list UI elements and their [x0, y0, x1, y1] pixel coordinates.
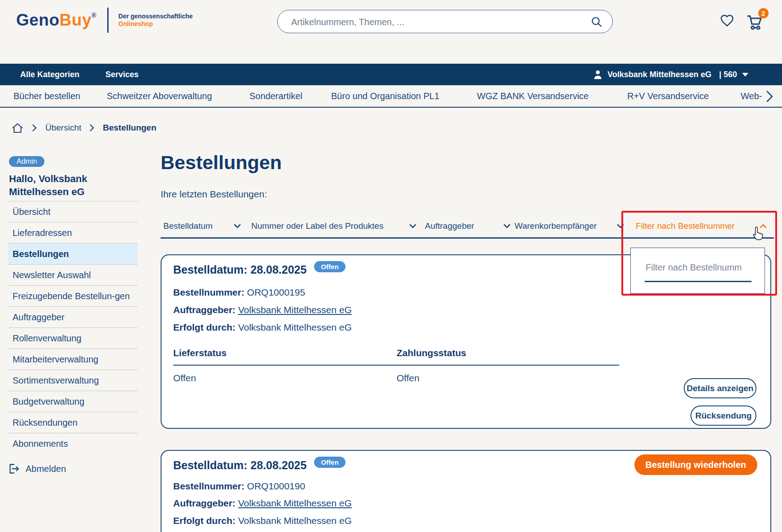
search-icon[interactable] — [590, 16, 603, 28]
logout-button[interactable]: Abmelden — [8, 463, 138, 475]
ruecksendung-button[interactable]: Rücksendung — [690, 406, 756, 426]
order-number-row: Bestellnummer: ORQ1000195 — [173, 286, 305, 299]
filter-auftraggeber[interactable]: Auftraggeber — [422, 215, 517, 239]
category-schweitzer-aboverwaltung[interactable]: Schweitzer Aboverwaltung — [107, 85, 212, 107]
orders-main: Bestellungen Ihre letzten Bestellungen: … — [161, 143, 771, 532]
logo-registered-mark: ® — [92, 12, 96, 19]
sidebar-menu: Übersicht Lieferadressen Bestellungen Ne… — [8, 201, 138, 454]
chevron-up-icon — [760, 224, 767, 228]
sidebar-item-lieferadressen[interactable]: Lieferadressen — [8, 222, 138, 243]
order-date: Bestelldatum: 28.08.2025 — [173, 262, 306, 277]
input-underline — [645, 281, 751, 282]
nav-item-alle-kategorien[interactable]: Alle Kategorien — [20, 64, 79, 85]
chevron-down-icon — [409, 224, 416, 228]
chevron-down-icon — [617, 224, 624, 228]
status-badge: Offen — [314, 261, 345, 272]
user-icon — [593, 70, 603, 80]
sidebar-item-uebersicht[interactable]: Übersicht — [8, 201, 138, 222]
sidebar-item-freizugebende-bestellungen[interactable]: Freizugebende Bestellun-gen — [8, 285, 138, 306]
category-nav: Bücher bestellen Schweitzer Aboverwaltun… — [0, 85, 782, 108]
sidebar-item-mitarbeiterverwaltung[interactable]: Mitarbeiterverwaltung — [8, 349, 138, 370]
filter-label: Bestelldatum — [163, 221, 213, 231]
order-card: Bestelldatum: 28.08.2025 Offen Bestellun… — [161, 450, 771, 532]
nav-item-services[interactable]: Services — [105, 64, 139, 85]
category-buecher-bestellen[interactable]: Bücher bestellen — [13, 85, 80, 107]
client-link[interactable]: Volksbank Mittelhessen eG — [238, 498, 352, 508]
main-nav-bar: Alle Kategorien Services Volksbank Mitte… — [0, 64, 782, 85]
logo-divider — [107, 8, 109, 33]
filter-bestelldatum[interactable]: Bestelldatum — [161, 215, 247, 239]
logo-buy: Buy — [60, 11, 92, 29]
filter-nummer-oder-label[interactable]: Nummer oder Label des Produktes — [246, 215, 424, 239]
order-executed-row: Erfolgt durch: Volksbank Mittelhessen eG — [173, 321, 352, 334]
order-client-row: Auftraggeber: Volksbank Mittelhessen eG — [173, 497, 352, 510]
sidebar-item-abonnements[interactable]: Abonnements — [8, 433, 138, 454]
sidebar-item-bestellungen[interactable]: Bestellungen — [8, 243, 138, 264]
search-input[interactable] — [290, 15, 570, 29]
search-bar[interactable] — [277, 10, 613, 33]
order-client-row: Auftraggeber: Volksbank Mittelhessen eG — [173, 304, 352, 316]
filter-label: Nummer oder Label des Produktes — [251, 221, 384, 231]
details-anzeigen-button[interactable]: Details anzeigen — [684, 378, 756, 398]
logo-geno: Geno — [16, 11, 60, 29]
page-subtitle: Ihre letzten Bestellungen: — [161, 189, 267, 200]
caret-down-icon — [742, 73, 748, 77]
filter-label: Auftraggeber — [425, 221, 474, 231]
logout-icon — [8, 463, 20, 475]
chevron-right-icon — [32, 124, 37, 131]
column-header-zahlungsstatus: Zahlungsstatus — [397, 348, 466, 358]
category-rv-versandservice[interactable]: R+V Versandservice — [627, 85, 709, 107]
wishlist-heart-icon[interactable] — [720, 14, 734, 27]
bestellnummer-filter-input[interactable] — [645, 261, 754, 274]
admin-role-badge: Admin — [9, 156, 44, 167]
category-sonderartikel[interactable]: Sonderartikel — [249, 85, 302, 107]
home-icon[interactable] — [11, 122, 24, 134]
breadcrumb-uebersicht[interactable]: Übersicht — [45, 123, 81, 133]
bestellung-wiederholen-button[interactable]: Bestellung wiederholen — [634, 454, 757, 475]
category-wgz-bank-versandservice[interactable]: WGZ BANK Versandservice — [477, 85, 589, 107]
sidebar-item-budgetverwaltung[interactable]: Budgetverwaltung — [8, 391, 138, 412]
order-status-table: Lieferstatus Zahlungsstatus Offen Offen — [173, 348, 619, 384]
order-date: Bestelldatum: 28.08.2025 — [173, 458, 306, 472]
filter-warenkorbempfaenger[interactable]: Warenkorbempfänger — [508, 215, 630, 239]
breadcrumb: Übersicht Bestellungen — [11, 118, 157, 138]
category-buero-und-organisation[interactable]: Büro und Organisation PL1 — [331, 85, 439, 107]
filter-nach-bestellnummer[interactable]: Filter nach Bestellnummer — [630, 215, 774, 239]
lieferstatus-value: Offen — [173, 373, 397, 384]
logo-tagline: Der genossenschaftliche Onlineshop — [118, 13, 193, 28]
sidebar-item-ruecksendungen[interactable]: Rücksendungen — [8, 412, 138, 433]
sidebar-item-rollenverwaltung[interactable]: Rollenverwaltung — [8, 327, 138, 349]
order-date-row: Bestelldatum: 28.08.2025 Offen — [173, 262, 345, 277]
zahlungsstatus-value: Offen — [397, 373, 419, 384]
sidebar-item-sortimentsverwaltung[interactable]: Sortimentsverwaltung — [8, 370, 138, 391]
status-badge: Offen — [314, 457, 345, 468]
category-scroll-chevron-right-icon[interactable] — [766, 91, 773, 102]
chevron-down-icon — [234, 224, 241, 228]
order-executed-row: Erfolgt durch: Volksbank Mittelhessen eG — [173, 515, 352, 527]
tagline-line1: Der genossenschaftliche — [118, 13, 193, 20]
chevron-right-icon — [90, 124, 94, 131]
page-title: Bestellungen — [161, 152, 282, 174]
bestellnummer-filter-panel — [630, 248, 765, 294]
logout-label: Abmelden — [26, 464, 66, 474]
admin-sidebar: Admin Hallo, Volksbank Mittelhessen eG Ü… — [8, 156, 138, 475]
filter-label: Filter nach Bestellnummer — [636, 221, 735, 231]
genobuy-orders-page: GenoBuy® Der genossenschaftliche Onlines… — [0, 0, 782, 532]
category-web-truncated[interactable]: Web- — [741, 85, 762, 107]
logo-wordmark: GenoBuy® — [16, 11, 96, 30]
order-number-row: Bestellnummer: ORQ1000190 — [173, 480, 305, 493]
column-header-lieferstatus: Lieferstatus — [173, 348, 397, 358]
tagline-line2: Onlineshop — [118, 20, 193, 28]
filter-label: Warenkorbempfänger — [515, 221, 597, 231]
client-link[interactable]: Volksbank Mittelhessen eG — [238, 305, 352, 315]
account-menu[interactable]: Volksbank Mittelhessen eG | 560 — [593, 64, 748, 85]
sidebar-item-newsletter-auswahl[interactable]: Newsletter Auswahl — [8, 264, 138, 285]
account-name: Volksbank Mittelhessen eG — [607, 70, 712, 79]
order-date-row: Bestelldatum: 28.08.2025 Offen — [173, 458, 345, 472]
account-number: | 560 — [719, 70, 737, 79]
sidebar-greeting: Hallo, Volksbank Mittelhessen eG — [9, 172, 117, 198]
breadcrumb-bestellungen: Bestellungen — [103, 123, 156, 133]
genobuy-logo[interactable]: GenoBuy® Der genossenschaftliche Onlines… — [16, 6, 193, 34]
cart-count-badge: 2 — [758, 8, 769, 18]
sidebar-item-auftraggeber[interactable]: Auftraggeber — [8, 306, 138, 327]
